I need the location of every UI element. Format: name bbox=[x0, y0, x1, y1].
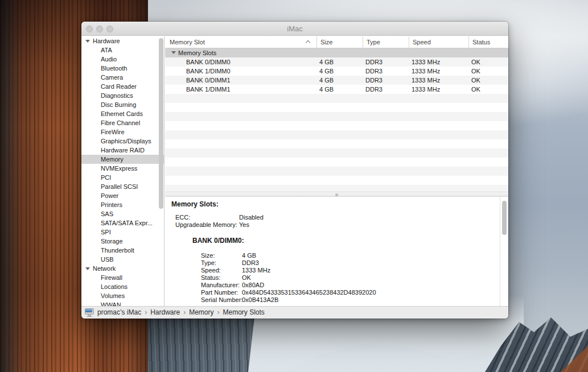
sidebar-section-label: Network bbox=[93, 265, 116, 272]
sidebar-item-storage[interactable]: Storage bbox=[81, 237, 164, 246]
cell-type: DDR3 bbox=[365, 57, 383, 67]
column-header-type[interactable]: Type bbox=[363, 36, 409, 48]
details-pane: Memory Slots: ECC:DisabledUpgradeable Me… bbox=[165, 197, 508, 306]
title-bar[interactable]: iMac bbox=[81, 22, 508, 36]
sidebar-item-parallel-scsi[interactable]: Parallel SCSI bbox=[81, 182, 164, 191]
sidebar-item-sas[interactable]: SAS bbox=[81, 209, 164, 218]
detail-label: Status: bbox=[201, 274, 242, 282]
sidebar-item-thunderbolt[interactable]: Thunderbolt bbox=[81, 246, 164, 255]
sidebar-item-volumes[interactable]: Volumes bbox=[81, 291, 164, 300]
sidebar-item-graphics-displays[interactable]: Graphics/Displays bbox=[81, 137, 164, 146]
imac-icon-glass bbox=[85, 309, 92, 312]
system-information-window: iMac HardwareATAAudioBluetoothCameraCard… bbox=[81, 22, 508, 319]
disclosure-triangle-icon[interactable] bbox=[171, 51, 176, 54]
sidebar-item-camera[interactable]: Camera bbox=[81, 73, 164, 82]
cell-slot: BANK 1/DIMM0 bbox=[186, 67, 231, 76]
cell-status: OK bbox=[471, 57, 480, 67]
sidebar-item-printers[interactable]: Printers bbox=[81, 200, 164, 209]
sidebar-item-card-reader[interactable]: Card Reader bbox=[81, 82, 164, 91]
table-row-bank-0-dimm1[interactable]: BANK 0/DIMM14 GBDDR31333 MHzOK bbox=[165, 76, 508, 85]
sidebar-item-diagnostics[interactable]: Diagnostics bbox=[81, 91, 164, 100]
detail-value: Disabled bbox=[239, 214, 264, 221]
sidebar-item-pci[interactable]: PCI bbox=[81, 173, 164, 182]
detail-label: Upgradeable Memory: bbox=[175, 221, 239, 229]
sidebar-item-firewall[interactable]: Firewall bbox=[81, 273, 164, 282]
breadcrumb-item-memory-slots[interactable]: Memory Slots bbox=[223, 308, 265, 316]
detail-label: Size: bbox=[201, 252, 242, 259]
detail-label: Part Number: bbox=[201, 289, 242, 296]
sidebar-scrollbar[interactable] bbox=[159, 38, 163, 209]
sidebar-item-fibre-channel[interactable]: Fibre Channel bbox=[81, 118, 164, 127]
breadcrumb-item-memory[interactable]: Memory bbox=[189, 308, 213, 316]
breadcrumb-separator: › bbox=[217, 308, 220, 316]
disclosure-triangle-icon[interactable] bbox=[85, 40, 90, 43]
sort-ascending-icon bbox=[306, 40, 310, 45]
sidebar-item-disc-burning[interactable]: Disc Burning bbox=[81, 100, 164, 109]
sidebar-item-firewire[interactable]: FireWire bbox=[81, 127, 164, 137]
sidebar-item-usb[interactable]: USB bbox=[81, 255, 164, 264]
detail-line-ecc: ECC:Disabled bbox=[175, 214, 264, 221]
cell-type: DDR3 bbox=[365, 85, 383, 94]
cell-slot: BANK 0/DIMM0 bbox=[186, 57, 231, 67]
breadcrumb-item-promac-s-imac[interactable]: promac’s iMac bbox=[97, 308, 141, 316]
imac-icon bbox=[85, 308, 94, 317]
sidebar-item-hardware-raid[interactable]: Hardware RAID bbox=[81, 146, 164, 155]
sidebar-item-memory[interactable]: Memory bbox=[81, 155, 164, 164]
splitter-handle-icon[interactable] bbox=[335, 193, 338, 196]
sidebar-item-power[interactable]: Power bbox=[81, 191, 164, 200]
detail-label: ECC: bbox=[175, 214, 239, 221]
sidebar-section-network[interactable]: Network bbox=[81, 264, 164, 273]
cell-speed: 1333 MHz bbox=[412, 85, 440, 94]
sidebar-item-ethernet-cards[interactable]: Ethernet Cards bbox=[81, 109, 164, 118]
disclosure-triangle-icon[interactable] bbox=[85, 267, 90, 270]
sidebar-item-locations[interactable]: Locations bbox=[81, 282, 164, 291]
cell-size: 4 GB bbox=[319, 85, 334, 94]
memory-slot-pane: Memory Slot Size Type Speed Status Memor… bbox=[165, 36, 508, 306]
detail-line-type: Type:DDR3 bbox=[201, 259, 376, 267]
sidebar-item-nvmexpress[interactable]: NVMExpress bbox=[81, 164, 164, 173]
sidebar-section-hardware[interactable]: Hardware bbox=[81, 36, 164, 46]
column-header-memory-slot[interactable]: Memory Slot bbox=[165, 36, 316, 48]
sidebar-item-spi[interactable]: SPI bbox=[81, 228, 164, 237]
column-header-speed[interactable]: Speed bbox=[409, 36, 468, 48]
detail-line-manufacturer: Manufacturer:0x80AD bbox=[201, 282, 376, 289]
sidebar-item-audio[interactable]: Audio bbox=[81, 55, 164, 64]
cell-slot: BANK 0/DIMM1 bbox=[186, 76, 231, 85]
imac-icon-base bbox=[87, 316, 92, 317]
sidebar-item-bluetooth[interactable]: Bluetooth bbox=[81, 64, 164, 73]
table-row-bank-1-dimm1[interactable]: BANK 1/DIMM14 GBDDR31333 MHzOK bbox=[165, 85, 508, 94]
details-scrollbar-track[interactable] bbox=[500, 197, 508, 306]
group-row-label: Memory Slots bbox=[165, 48, 508, 57]
table-row-bank-1-dimm0[interactable]: BANK 1/DIMM04 GBDDR31333 MHzOK bbox=[165, 67, 508, 76]
cell-speed: 1333 MHz bbox=[412, 76, 440, 85]
cell-type: DDR3 bbox=[365, 76, 383, 85]
pane-splitter[interactable] bbox=[165, 192, 508, 197]
window-title: iMac bbox=[81, 22, 508, 36]
column-header-label: Size bbox=[320, 39, 332, 46]
table-group-row[interactable]: Memory Slots bbox=[165, 48, 508, 57]
detail-value: 0x0B413A2B bbox=[242, 296, 278, 303]
sidebar-item-ata[interactable]: ATA bbox=[81, 46, 164, 55]
breadcrumb-item-hardware[interactable]: Hardware bbox=[150, 308, 180, 316]
details-scrollbar-thumb[interactable] bbox=[502, 201, 507, 235]
sidebar-section-label: Hardware bbox=[93, 38, 120, 44]
status-bar: promac’s iMac›Hardware›Memory›Memory Slo… bbox=[81, 306, 508, 319]
detail-value: 4 GB bbox=[242, 252, 256, 259]
column-header-status[interactable]: Status bbox=[468, 36, 508, 48]
table-row-bank-0-dimm0[interactable]: BANK 0/DIMM04 GBDDR31333 MHzOK bbox=[165, 57, 508, 67]
sidebar-item-sata-sata-expr[interactable]: SATA/SATA Expr... bbox=[81, 218, 164, 228]
column-header-label: Speed bbox=[413, 39, 431, 46]
category-sidebar: HardwareATAAudioBluetoothCameraCard Read… bbox=[81, 36, 165, 306]
detail-value: DDR3 bbox=[242, 259, 259, 266]
sidebar-item-wwan[interactable]: WWAN bbox=[81, 300, 164, 306]
cell-speed: 1333 MHz bbox=[412, 67, 440, 76]
detail-label: Speed: bbox=[201, 267, 242, 274]
column-header-size[interactable]: Size bbox=[316, 36, 363, 48]
detail-line-size: Size:4 GB bbox=[201, 252, 376, 259]
column-header-label: Status bbox=[472, 39, 490, 46]
detail-value: 0x484D54333531533643465238432D48392020 bbox=[242, 289, 376, 296]
detail-label: Type: bbox=[201, 259, 242, 267]
details-properties: ECC:DisabledUpgradeable Memory:Yes bbox=[175, 214, 264, 229]
breadcrumb: promac’s iMac›Hardware›Memory›Memory Slo… bbox=[97, 307, 265, 319]
detail-value: OK bbox=[242, 274, 251, 281]
